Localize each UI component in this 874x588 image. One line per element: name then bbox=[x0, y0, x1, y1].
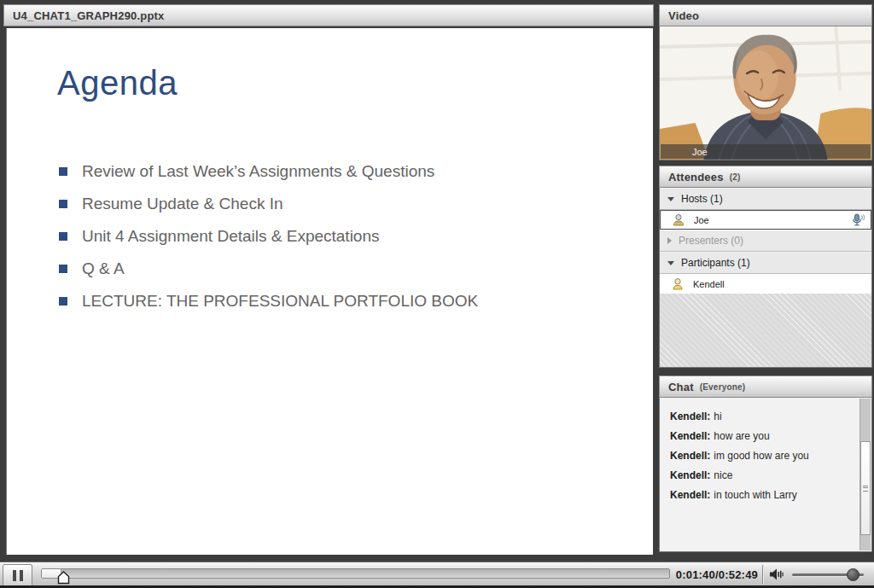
attendees-pod: Attendees (2) Hosts (1) Joe bbox=[659, 166, 872, 369]
bullet-square-icon bbox=[59, 200, 67, 208]
attendee-name: Kendell bbox=[693, 279, 725, 289]
speaker-icon[interactable] bbox=[769, 568, 784, 581]
chat-pod-title: Chat bbox=[668, 381, 694, 393]
chat-message: Kendell:nice bbox=[670, 469, 851, 488]
slide-bullet: Review of Last Week’s Assignments & Ques… bbox=[7, 155, 653, 188]
chevron-down-icon bbox=[667, 197, 674, 201]
chat-pod-titlebar: Chat (Everyone) bbox=[659, 376, 872, 398]
webcam-video-image bbox=[660, 26, 871, 160]
slide-title: Agenda bbox=[57, 64, 178, 102]
attendees-section-hosts[interactable]: Hosts (1) bbox=[660, 188, 871, 210]
time-display: 0:01:40/0:52:49 bbox=[676, 562, 758, 586]
video-speaker-name: Joe bbox=[692, 147, 708, 157]
host-user-icon bbox=[672, 213, 685, 226]
pause-icon bbox=[20, 570, 23, 581]
chat-text: im good how are you bbox=[714, 450, 808, 462]
video-speaker-name-bar: Joe bbox=[661, 144, 871, 159]
section-label: Hosts (1) bbox=[681, 193, 723, 205]
chat-message-list: Kendell:hi Kendell:how are you Kendell:i… bbox=[660, 398, 871, 508]
bullet-text: Review of Last Week’s Assignments & Ques… bbox=[82, 162, 434, 181]
chat-text: how are you bbox=[714, 430, 769, 442]
attendee-row-kendell[interactable]: Kendell bbox=[660, 274, 871, 294]
bullet-square-icon bbox=[59, 232, 67, 241]
playhead-marker-icon[interactable] bbox=[57, 571, 70, 585]
chat-scrollbar-thumb[interactable] bbox=[860, 441, 871, 535]
attendees-count-badge: (2) bbox=[730, 172, 741, 182]
chat-sender: Kendell: bbox=[670, 489, 710, 501]
chat-text: nice bbox=[714, 469, 732, 481]
playback-bar: 0:01:40/0:52:49 bbox=[0, 562, 874, 588]
bullet-text: Q & A bbox=[82, 259, 125, 278]
pause-icon bbox=[13, 570, 16, 581]
attendees-pod-titlebar: Attendees (2) bbox=[659, 166, 872, 188]
video-pod: Video bbox=[659, 4, 872, 160]
bullet-square-icon bbox=[59, 167, 67, 176]
scrollbar-grip-icon bbox=[863, 486, 868, 492]
toolbar-divider bbox=[762, 565, 763, 584]
slide-bullet-list: Review of Last Week’s Assignments & Ques… bbox=[7, 155, 653, 317]
volume-slider[interactable] bbox=[792, 573, 864, 576]
video-pod-title: Video bbox=[668, 9, 699, 22]
slide-canvas: Agenda Review of Last Week’s Assignments… bbox=[6, 28, 653, 555]
presentation-titlebar: U4_CHAT1_GRAPH290.pptx bbox=[3, 4, 654, 26]
participant-user-icon bbox=[671, 277, 685, 290]
chat-text: in touch with Larry bbox=[714, 489, 796, 501]
section-label: Participants (1) bbox=[681, 257, 750, 269]
chat-message: Kendell:in touch with Larry bbox=[670, 488, 851, 508]
bullet-square-icon bbox=[59, 297, 67, 306]
chat-sender: Kendell: bbox=[670, 430, 710, 442]
attendees-list-area: Hosts (1) Joe bbox=[659, 188, 872, 368]
chat-message-area: Kendell:hi Kendell:how are you Kendell:i… bbox=[659, 398, 872, 552]
chat-message: Kendell:how are you bbox=[670, 429, 851, 449]
video-frame: Joe bbox=[659, 26, 872, 160]
chat-sender: Kendell: bbox=[670, 469, 710, 481]
bullet-text: LECTURE: THE PROFESSIONAL PORTFOLIO BOOK bbox=[82, 292, 478, 311]
chevron-right-icon bbox=[667, 237, 672, 244]
slide-bullet: Q & A bbox=[7, 253, 653, 285]
attendees-section-participants[interactable]: Participants (1) bbox=[660, 252, 871, 274]
chat-sender: Kendell: bbox=[670, 410, 710, 422]
section-label: Presenters (0) bbox=[679, 235, 743, 247]
attendees-list: Hosts (1) Joe bbox=[660, 188, 871, 294]
attendees-section-presenters[interactable]: Presenters (0) bbox=[660, 230, 871, 252]
chat-sender: Kendell: bbox=[670, 450, 710, 462]
attendee-name: Joe bbox=[694, 215, 709, 225]
chat-pod: Chat (Everyone) Kendell:hi Kendell:how a… bbox=[659, 376, 872, 553]
bullet-text: Resume Update & Check In bbox=[82, 195, 283, 213]
chat-scope-badge: (Everyone) bbox=[700, 382, 746, 392]
chat-scrollbar[interactable] bbox=[859, 399, 871, 550]
bullet-text: Unit 4 Assignment Details & Expectations bbox=[82, 227, 380, 246]
pause-button[interactable] bbox=[3, 564, 32, 587]
video-pod-titlebar: Video bbox=[659, 4, 872, 26]
presentation-filename: U4_CHAT1_GRAPH290.pptx bbox=[13, 9, 165, 22]
slide-bullet: Resume Update & Check In bbox=[7, 188, 653, 220]
slide-bullet: Unit 4 Assignment Details & Expectations bbox=[7, 220, 653, 253]
chevron-down-icon bbox=[667, 261, 674, 265]
attendees-pod-title: Attendees bbox=[668, 171, 724, 183]
chat-message: Kendell:hi bbox=[670, 410, 851, 429]
slide-bullet: LECTURE: THE PROFESSIONAL PORTFOLIO BOOK bbox=[7, 285, 653, 317]
attendee-row-joe[interactable]: Joe bbox=[660, 210, 871, 230]
chat-text: hi bbox=[714, 410, 721, 422]
seek-bar[interactable] bbox=[41, 568, 670, 579]
chat-message: Kendell:im good how are you bbox=[670, 449, 851, 469]
microphone-active-icon bbox=[851, 213, 865, 227]
bullet-square-icon bbox=[59, 265, 67, 273]
volume-knob[interactable] bbox=[847, 568, 859, 581]
